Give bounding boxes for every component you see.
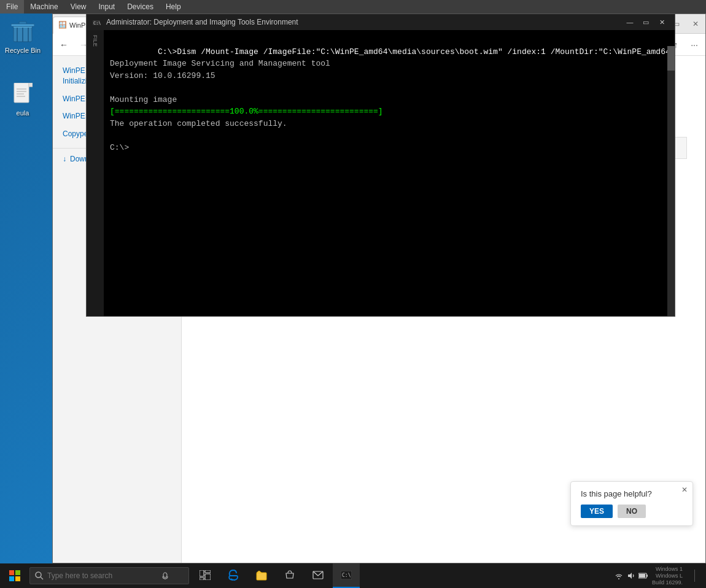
svg-marker-33 <box>628 573 632 579</box>
taskbar-app-edge[interactable] <box>220 563 247 588</box>
top-menubar: File Machine View Input Devices Help <box>0 0 706 14</box>
taskbar-tray: Windows 1 Windows L Build 16299. <box>614 563 706 588</box>
recycle-bin-image <box>10 20 35 44</box>
taskbar-app-cmd[interactable]: C:\ <box>333 563 360 588</box>
build-text: Build 16299. <box>652 579 683 586</box>
cmd-text: C:\>Dism /Mount-Image /ImageFile:"C:\Win… <box>110 34 665 166</box>
svg-rect-18 <box>15 570 20 575</box>
taskbar-search-bar[interactable] <box>29 567 189 584</box>
cmd-window: C:\ Administrator: Deployment and Imagin… <box>86 14 675 317</box>
svg-rect-36 <box>646 574 648 577</box>
cmd-output-success: The operation completed successfully. C:… <box>110 119 287 152</box>
menu-devices[interactable]: Devices <box>121 0 160 14</box>
svg-rect-25 <box>200 570 204 576</box>
cmd-title-text: Administrator: Deployment and Imaging To… <box>106 18 617 26</box>
svg-point-21 <box>36 572 41 578</box>
win-text1: Windows 1 <box>656 566 683 572</box>
taskbar-app-file-explorer[interactable] <box>248 563 275 588</box>
svg-rect-26 <box>205 570 211 573</box>
svg-rect-29 <box>257 573 266 580</box>
tray-battery-icon[interactable] <box>638 571 648 581</box>
helpful-popup: ✕ Is this page helpful? YES NO <box>570 481 693 526</box>
more-button[interactable]: ··· <box>686 36 703 53</box>
cmd-titlebar: C:\ Administrator: Deployment and Imagin… <box>87 14 675 30</box>
svg-rect-35 <box>639 574 645 578</box>
svg-rect-17 <box>9 570 14 575</box>
menu-help[interactable]: Help <box>160 0 187 14</box>
browser-close-button[interactable]: ✕ <box>686 14 705 34</box>
taskbar-apps: C:\ <box>192 563 360 588</box>
taskbar-app-mail[interactable] <box>305 563 332 588</box>
svg-rect-28 <box>200 578 204 580</box>
eula-label: eula <box>17 109 29 117</box>
menu-view[interactable]: View <box>64 0 93 14</box>
windows-info: Windows 1 Windows L Build 16299. <box>652 566 683 586</box>
microphone-icon <box>161 572 169 579</box>
win-text2: Windows L <box>656 573 683 579</box>
recycle-bin-icon[interactable]: Recycle Bin <box>1 17 44 56</box>
cmd-minimize-button[interactable]: — <box>622 14 638 30</box>
cmd-maximize-button[interactable]: ▭ <box>638 14 654 30</box>
search-input[interactable] <box>47 571 158 580</box>
svg-rect-6 <box>11 24 34 26</box>
start-button[interactable] <box>0 563 29 588</box>
eula-image <box>10 82 35 107</box>
menu-file[interactable]: File <box>0 0 24 14</box>
svg-rect-19 <box>9 576 14 581</box>
taskbar-app-taskview[interactable] <box>192 563 219 588</box>
tray-network-icon[interactable] <box>614 571 624 581</box>
cmd-filter-label: FILE <box>92 35 98 47</box>
download-icon: ↓ <box>63 155 66 163</box>
desktop: File Machine View Input Devices Help Rec… <box>0 0 706 588</box>
svg-text:C:\: C:\ <box>93 21 101 26</box>
svg-rect-27 <box>205 574 211 580</box>
cmd-close-button[interactable]: ✕ <box>654 14 670 30</box>
show-desktop-button[interactable] <box>686 563 701 588</box>
cmd-scrollbar[interactable] <box>667 46 675 316</box>
svg-rect-7 <box>14 83 29 103</box>
eula-icon[interactable]: eula <box>1 80 44 119</box>
svg-text:C:\: C:\ <box>342 573 351 578</box>
svg-rect-9 <box>29 83 33 87</box>
taskbar-app-store[interactable] <box>276 563 303 588</box>
tray-volume-icon[interactable] <box>626 571 636 581</box>
svg-point-23 <box>163 573 167 578</box>
tab-winpe-favicon: 🪟 <box>58 21 67 29</box>
cmd-window-buttons: — ▭ ✕ <box>622 14 670 30</box>
helpful-question: Is this page helpful? <box>581 489 683 498</box>
back-button[interactable]: ← <box>55 36 72 53</box>
helpful-yes-button[interactable]: YES <box>581 505 613 518</box>
menu-input[interactable]: Input <box>93 0 122 14</box>
menu-machine[interactable]: Machine <box>24 0 64 14</box>
search-icon <box>35 571 44 580</box>
taskbar: C:\ Windows 1 Windows L Build 16299. <box>0 563 706 588</box>
helpful-buttons: YES NO <box>581 505 683 518</box>
cmd-scrollbar-thumb[interactable] <box>667 46 675 71</box>
svg-rect-20 <box>15 576 20 581</box>
cmd-output-dism: Deployment Image Servicing and Managemen… <box>110 59 330 104</box>
cmd-command-line: C:\>Dism /Mount-Image /ImageFile:"C:\Win… <box>158 47 675 56</box>
svg-line-22 <box>41 577 43 579</box>
helpful-no-button[interactable]: NO <box>618 505 646 518</box>
cmd-filter-bar: FILE <box>87 30 104 316</box>
cmd-body[interactable]: C:\>Dism /Mount-Image /ImageFile:"C:\Win… <box>104 30 675 316</box>
cmd-title-icon: C:\ <box>91 17 101 27</box>
helpful-close-button[interactable]: ✕ <box>681 485 688 494</box>
tray-icons <box>614 571 648 581</box>
cmd-progress-bar: [========================100.0%=========… <box>110 107 383 116</box>
recycle-bin-label: Recycle Bin <box>5 47 41 54</box>
